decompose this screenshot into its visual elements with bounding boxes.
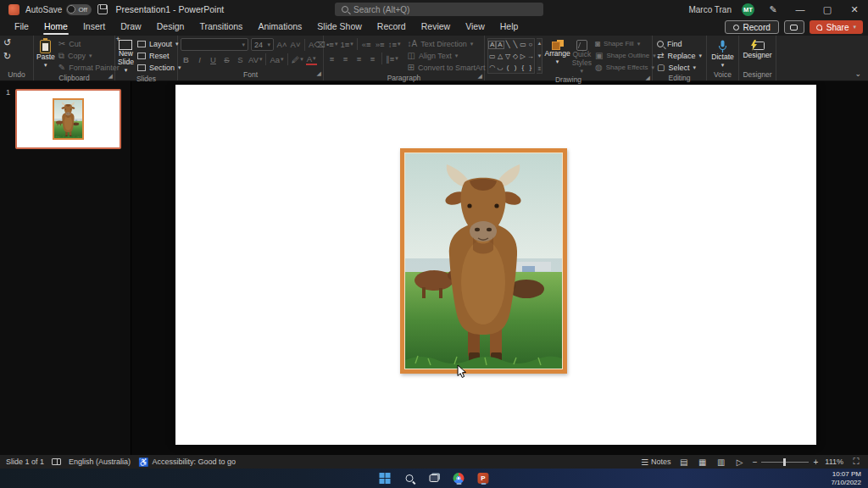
text-direction-button[interactable]: ↕AText Direction▾ bbox=[406, 38, 493, 49]
shape-icon[interactable]: ╲ bbox=[506, 42, 510, 48]
tab-help[interactable]: Help bbox=[492, 19, 526, 36]
notes-button[interactable]: ☰ Notes bbox=[641, 458, 670, 467]
align-right-button[interactable]: ≡ bbox=[353, 53, 364, 64]
shape-gallery-scrollbar[interactable]: ▲▼≡ bbox=[537, 38, 542, 74]
replace-button[interactable]: ⇄Replace▾ bbox=[655, 50, 704, 61]
columns-button[interactable]: ∥≡▾ bbox=[386, 53, 398, 64]
dictate-button[interactable]: Dictate ▾ bbox=[709, 38, 736, 69]
shape-icon[interactable]: ) bbox=[515, 64, 517, 71]
dialog-launcher-icon[interactable]: ◢ bbox=[108, 71, 113, 81]
dialog-launcher-icon[interactable]: ◢ bbox=[646, 73, 650, 83]
restore-button[interactable]: ▢ bbox=[819, 4, 836, 15]
tab-draw[interactable]: Draw bbox=[113, 19, 149, 36]
taskbar-clock[interactable]: 10:07 PM 7/10/2022 bbox=[831, 470, 861, 486]
clear-formatting-button[interactable]: A⌫ bbox=[309, 39, 326, 51]
reading-view-button[interactable]: ▥ bbox=[715, 458, 727, 467]
change-case-button[interactable]: Aa▾ bbox=[270, 53, 283, 65]
minimize-button[interactable]: — bbox=[792, 4, 809, 14]
tab-review[interactable]: Review bbox=[414, 19, 458, 36]
shape-effects-button[interactable]: ◍Shape Effects▾ bbox=[593, 62, 649, 73]
font-name-combo[interactable]: ▾ bbox=[181, 38, 248, 51]
align-center-button[interactable]: ≡ bbox=[340, 53, 351, 64]
justify-button[interactable]: ≡ bbox=[367, 53, 378, 64]
text-shadow-button[interactable]: S bbox=[235, 53, 246, 65]
bullets-button[interactable]: •≡▾ bbox=[326, 38, 337, 50]
grow-font-button[interactable]: A˄ bbox=[276, 39, 287, 51]
shape-icon[interactable]: ◇ bbox=[513, 53, 518, 60]
arrange-button[interactable]: Arrange ▾ bbox=[544, 38, 570, 65]
line-spacing-button[interactable]: ↕≡▾ bbox=[388, 38, 401, 50]
tab-view[interactable]: View bbox=[458, 19, 492, 36]
autosave-control[interactable]: AutoSave Off bbox=[25, 4, 92, 15]
shape-icon[interactable]: A bbox=[496, 41, 504, 49]
shape-icon[interactable]: ○ bbox=[528, 42, 532, 48]
new-slide-button[interactable]: New Slide ▾ bbox=[118, 38, 134, 74]
tab-transitions[interactable]: Transitions bbox=[192, 19, 250, 36]
shape-fill-button[interactable]: ◙Shape Fill▾ bbox=[593, 38, 649, 49]
save-icon[interactable] bbox=[97, 4, 108, 14]
slideshow-view-button[interactable]: ▷ bbox=[734, 458, 746, 467]
chrome-taskbar-button[interactable] bbox=[453, 472, 465, 485]
tab-home[interactable]: Home bbox=[36, 19, 75, 36]
close-button[interactable]: ✕ bbox=[846, 4, 863, 15]
section-button[interactable]: Section▾ bbox=[136, 62, 183, 73]
align-left-button[interactable]: ≡ bbox=[326, 53, 337, 64]
powerpoint-app-icon[interactable] bbox=[8, 4, 19, 15]
shape-icon[interactable]: ◠ bbox=[489, 64, 495, 71]
tab-design[interactable]: Design bbox=[149, 19, 192, 36]
shape-icon[interactable]: } bbox=[529, 64, 531, 71]
shape-gallery[interactable]: A A ╲ ╲ ▭ ○ ▭ △ ▽ ◇ ▷ → ◠ ◡ ( ) { } bbox=[487, 38, 535, 74]
accessibility-status[interactable]: ♿ Accessibility: Good to go bbox=[138, 458, 236, 467]
shape-icon[interactable]: { bbox=[522, 64, 525, 71]
zoom-slider[interactable]: − + bbox=[753, 458, 819, 467]
italic-button[interactable]: I bbox=[194, 53, 205, 65]
shape-icon[interactable]: ▭ bbox=[489, 53, 496, 60]
avatar[interactable]: MT bbox=[742, 3, 754, 16]
strikethrough-button[interactable]: S bbox=[221, 53, 232, 65]
align-text-button[interactable]: ◫Align Text▾ bbox=[406, 50, 493, 61]
shape-icon[interactable]: △ bbox=[498, 53, 503, 60]
tab-animations[interactable]: Animations bbox=[250, 19, 309, 36]
dialog-launcher-icon[interactable]: ◢ bbox=[478, 71, 482, 81]
find-button[interactable]: Find bbox=[655, 38, 704, 49]
autosave-toggle[interactable]: Off bbox=[66, 4, 92, 15]
redo-button[interactable]: ↻ bbox=[3, 51, 11, 62]
select-button[interactable]: ▢Select▾ bbox=[655, 62, 704, 73]
zoom-track[interactable] bbox=[761, 462, 809, 463]
zoom-level[interactable]: 111% bbox=[825, 458, 843, 466]
numbering-button[interactable]: 1≡▾ bbox=[340, 38, 353, 50]
shape-icon[interactable]: ▷ bbox=[520, 53, 526, 60]
decrease-indent-button[interactable]: «≡ bbox=[361, 38, 372, 50]
shape-icon[interactable]: ▭ bbox=[520, 42, 526, 48]
task-view-button[interactable] bbox=[428, 472, 441, 485]
tab-record[interactable]: Record bbox=[370, 19, 414, 36]
reset-button[interactable]: Reset bbox=[136, 50, 183, 61]
pencil-icon[interactable]: ✎ bbox=[765, 4, 782, 15]
taskbar-search-button[interactable] bbox=[403, 472, 416, 485]
undo-button[interactable]: ↺ bbox=[3, 37, 11, 48]
slide-indicator[interactable]: Slide 1 of 1 bbox=[6, 458, 44, 466]
shape-icon[interactable]: → bbox=[527, 53, 534, 60]
copy-button[interactable]: ⧉Copy▾ bbox=[57, 50, 121, 61]
cut-button[interactable]: ✂Cut bbox=[57, 38, 121, 49]
spellcheck-book-icon[interactable] bbox=[52, 458, 61, 465]
designer-button[interactable]: Designer bbox=[743, 38, 772, 60]
tab-file[interactable]: File bbox=[7, 19, 36, 36]
shape-outline-button[interactable]: ▣Shape Outline▾ bbox=[593, 50, 649, 61]
cow-picture[interactable] bbox=[400, 148, 567, 374]
highlight-color-button[interactable]: 🖉▾ bbox=[292, 53, 303, 65]
dialog-launcher-icon[interactable]: ◢ bbox=[317, 69, 321, 79]
language-status[interactable]: English (Australia) bbox=[69, 458, 131, 466]
increase-indent-button[interactable]: »≡ bbox=[375, 38, 386, 50]
tab-insert[interactable]: Insert bbox=[75, 19, 113, 36]
powerpoint-taskbar-button[interactable]: P bbox=[477, 472, 490, 485]
font-size-combo[interactable]: 24▾ bbox=[251, 38, 274, 51]
shape-icon[interactable]: ▽ bbox=[505, 53, 510, 60]
shape-icon[interactable]: ( bbox=[507, 64, 509, 71]
search-input[interactable]: Search (Alt+Q) bbox=[335, 3, 543, 16]
record-button[interactable]: Record bbox=[725, 20, 779, 34]
tab-slide-show[interactable]: Slide Show bbox=[309, 19, 370, 36]
shape-icon[interactable]: ◡ bbox=[498, 64, 504, 71]
slide-thumbnail[interactable] bbox=[15, 89, 121, 149]
font-color-button[interactable]: A▾ bbox=[306, 53, 317, 65]
